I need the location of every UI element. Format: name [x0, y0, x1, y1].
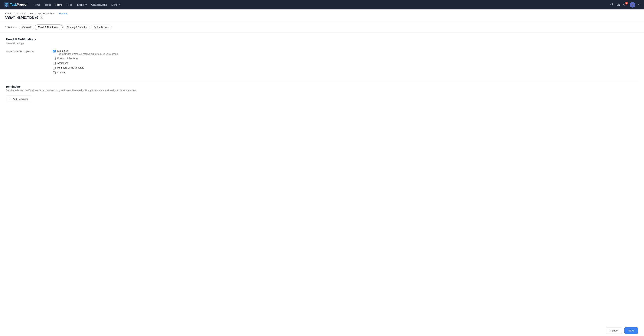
- back-chevron-icon: [4, 26, 6, 29]
- breadcrumb-sep-2: ›: [27, 13, 28, 15]
- add-reminder-button[interactable]: + Add Reminder: [6, 95, 31, 102]
- reminders-section: Reminders Send email/push notifications …: [6, 85, 638, 102]
- logo[interactable]: TaskMapper: [4, 2, 28, 7]
- breadcrumb-current: Settings: [58, 12, 68, 15]
- top-navigation: TaskMapper Home Tasks Forms Files Invent…: [0, 0, 644, 10]
- label-members[interactable]: Members of the template: [57, 66, 84, 69]
- tab-general[interactable]: General: [19, 25, 34, 30]
- tab-sharing-security[interactable]: Sharing & Security: [63, 25, 90, 30]
- label-creator[interactable]: Creator of the form: [57, 57, 78, 60]
- label-assignees[interactable]: Assignees: [57, 62, 68, 64]
- info-icon[interactable]: i: [40, 16, 43, 19]
- main-content: Email & Notifications General settings S…: [0, 33, 644, 108]
- breadcrumb-templates[interactable]: Templates: [14, 12, 26, 15]
- breadcrumb-form-name[interactable]: ARRAY INSPECTION v2: [28, 12, 56, 15]
- notification-bell[interactable]: 1: [623, 3, 627, 7]
- copies-label: Send submitted copies to: [6, 49, 44, 53]
- breadcrumb-sep-3: ›: [57, 13, 58, 15]
- page-title: ARRAY INSPECTION v2 i: [0, 16, 644, 22]
- section-divider: [6, 80, 638, 80]
- option-creator: Creator of the form: [53, 57, 118, 60]
- email-section-title: Email & Notifications: [6, 38, 638, 41]
- option-assignees: Assignees: [53, 62, 118, 65]
- nav-tasks[interactable]: Tasks: [45, 3, 51, 7]
- option-members: Members of the template: [53, 66, 118, 69]
- nav-right-area: EN 1 R: [610, 2, 640, 8]
- tab-email-notification[interactable]: Email & Notification: [35, 25, 62, 30]
- breadcrumb-forms[interactable]: Forms: [4, 12, 12, 15]
- language-selector[interactable]: EN: [616, 4, 620, 6]
- option-submitted: Submitted The submitter of form will rec…: [53, 49, 118, 55]
- copies-options: Submitted The submitter of form will rec…: [53, 49, 118, 74]
- option-custom: Custom: [53, 71, 118, 74]
- nav-more[interactable]: More: [111, 3, 120, 7]
- plus-icon: +: [9, 97, 11, 101]
- nav-inventory[interactable]: Inventory: [76, 3, 86, 7]
- tab-quick-access[interactable]: Quick Access: [91, 25, 112, 30]
- avatar[interactable]: R: [630, 2, 635, 8]
- chevron-down-icon: [118, 4, 120, 5]
- checkbox-custom[interactable]: [53, 71, 56, 74]
- breadcrumb-sep-1: ›: [12, 13, 14, 15]
- email-section-subtitle: General settings: [6, 42, 638, 45]
- checkbox-submitted[interactable]: [53, 50, 56, 53]
- copies-row: Send submitted copies to Submitted The s…: [6, 49, 638, 74]
- label-custom[interactable]: Custom: [57, 71, 66, 74]
- nav-conversations[interactable]: Conversations: [91, 3, 107, 7]
- checkbox-assignees[interactable]: [53, 62, 56, 65]
- search-icon[interactable]: [610, 3, 614, 7]
- settings-tab-bar: Settings General Email & Notification Sh…: [0, 22, 644, 33]
- label-submitted[interactable]: Submitted: [57, 50, 68, 52]
- settings-back-button[interactable]: Settings: [4, 26, 17, 29]
- nav-forms[interactable]: Forms: [56, 3, 62, 7]
- hint-submitted: The submitter of form will receive submi…: [57, 53, 118, 55]
- avatar-dropdown-icon[interactable]: [638, 4, 640, 6]
- nav-home[interactable]: Home: [34, 3, 40, 7]
- checkbox-creator[interactable]: [53, 57, 56, 60]
- reminders-title: Reminders: [6, 85, 638, 88]
- nav-files[interactable]: Files: [67, 3, 72, 7]
- checkbox-members[interactable]: [53, 67, 56, 69]
- breadcrumb: Forms › Templates › ARRAY INSPECTION v2 …: [0, 10, 644, 16]
- reminders-description: Send email/push notifications based on t…: [6, 89, 638, 92]
- notification-count: 1: [625, 2, 628, 5]
